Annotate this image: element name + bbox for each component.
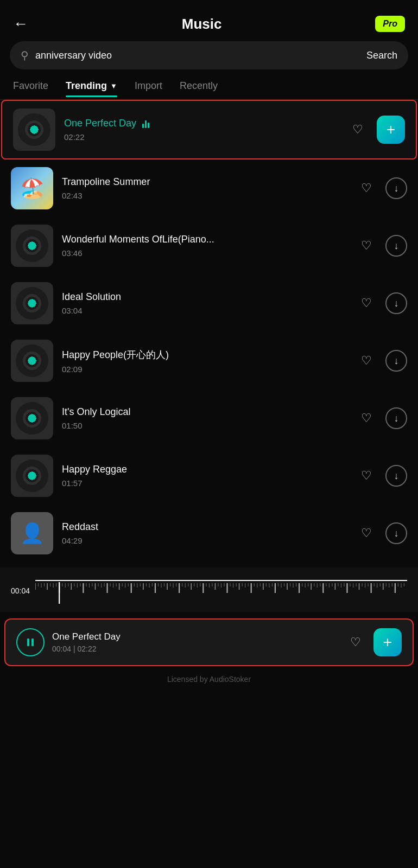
song-thumbnail — [11, 167, 53, 209]
song-info: One Perfect Day 02:22 — [64, 118, 339, 142]
song-thumbnail — [11, 340, 53, 382]
song-duration: 03:46 — [62, 248, 347, 258]
song-actions: ♡ ↓ — [356, 522, 407, 544]
now-playing-title: One Perfect Day — [52, 631, 338, 642]
song-title: Trampoline Summer — [62, 176, 347, 188]
svg-rect-126 — [31, 639, 34, 646]
song-thumbnail — [11, 225, 53, 267]
timeline-ruler[interactable]: 00:04 — [11, 577, 407, 604]
song-item[interactable]: Reddast 04:29 ♡ ↓ — [0, 505, 418, 562]
favorite-button[interactable]: ♡ — [356, 235, 377, 256]
now-playing-add-button[interactable]: + — [373, 628, 402, 656]
song-duration: 03:04 — [62, 306, 347, 315]
page-title: Music — [182, 16, 222, 33]
song-actions: ♡ ↓ — [356, 177, 407, 199]
now-playing-time: 00:04 | 02:22 — [52, 644, 338, 653]
song-title: One Perfect Day — [64, 118, 339, 129]
favorite-button[interactable]: ♡ — [356, 523, 377, 544]
song-title: Happy Reggae — [62, 464, 347, 475]
search-input[interactable] — [35, 50, 360, 61]
search-bar: ⚲ Search — [10, 41, 408, 69]
song-duration: 02:43 — [62, 191, 347, 200]
tab-trending[interactable]: Trending ▼ — [66, 80, 117, 97]
song-title: It's Only Logical — [62, 406, 347, 418]
download-button[interactable]: ↓ — [385, 407, 407, 429]
song-title: Happy People(开心的人) — [62, 348, 347, 361]
download-button[interactable]: ↓ — [385, 350, 407, 372]
tab-import[interactable]: Import — [135, 80, 162, 97]
pause-icon — [24, 636, 36, 648]
song-duration: 04:29 — [62, 536, 347, 545]
favorite-button[interactable]: ♡ — [356, 408, 377, 429]
tab-favorite[interactable]: Favorite — [13, 80, 48, 97]
song-duration: 01:50 — [62, 421, 347, 430]
song-list: One Perfect Day 02:22 ♡ + Trampoline Sum… — [0, 100, 418, 562]
song-info: It's Only Logical 01:50 — [62, 406, 347, 430]
waveform-svg — [35, 582, 407, 604]
favorite-button[interactable]: ♡ — [356, 178, 377, 199]
now-playing-bar: One Perfect Day 00:04 | 02:22 ♡ + — [4, 618, 414, 666]
waveform-playhead — [35, 580, 407, 581]
license-text: Licensed by AudioStoker — [167, 675, 251, 684]
favorite-button[interactable]: ♡ — [356, 293, 377, 314]
song-item[interactable]: Happy People(开心的人) 02:09 ♡ ↓ — [0, 332, 418, 390]
timeline-area[interactable]: 00:04 — [0, 567, 418, 612]
song-thumbnail — [11, 512, 53, 554]
pro-badge[interactable]: Pro — [375, 16, 405, 32]
song-info: Happy People(开心的人) 02:09 — [62, 348, 347, 374]
footer-license: Licensed by AudioStoker — [0, 666, 418, 692]
timeline-timestamp: 00:04 — [11, 586, 30, 595]
favorite-button[interactable]: ♡ — [356, 465, 377, 486]
song-thumbnail — [11, 397, 53, 439]
song-item[interactable]: Happy Reggae 01:57 ♡ ↓ — [0, 447, 418, 505]
equalizer-icon — [142, 119, 149, 128]
song-item[interactable]: One Perfect Day 02:22 ♡ + — [1, 100, 417, 159]
back-button[interactable]: ← — [13, 15, 28, 33]
now-playing-info: One Perfect Day 00:04 | 02:22 — [52, 631, 338, 653]
song-info: Ideal Solution 03:04 — [62, 291, 347, 315]
svg-rect-125 — [27, 639, 29, 646]
song-item[interactable]: Ideal Solution 03:04 ♡ ↓ — [0, 275, 418, 332]
chevron-down-icon: ▼ — [110, 82, 117, 90]
song-title: Ideal Solution — [62, 291, 347, 303]
song-info: Happy Reggae 01:57 — [62, 464, 347, 488]
song-title: Reddast — [62, 521, 347, 533]
song-actions: ♡ ↓ — [356, 235, 407, 257]
waveform-ticks — [35, 578, 407, 604]
song-thumbnail — [11, 282, 53, 324]
tab-recently[interactable]: Recently — [180, 80, 218, 97]
download-button[interactable]: ↓ — [385, 292, 407, 314]
download-button[interactable]: ↓ — [385, 235, 407, 257]
now-playing-favorite-button[interactable]: ♡ — [345, 632, 366, 653]
download-button[interactable]: ↓ — [385, 177, 407, 199]
song-actions: ♡ + — [347, 116, 405, 144]
header: ← Music Pro — [0, 0, 418, 41]
search-icon: ⚲ — [21, 49, 29, 62]
song-item[interactable]: Wonderful Moments OfLife(Piano... 03:46 … — [0, 217, 418, 275]
favorite-button[interactable]: ♡ — [356, 350, 377, 371]
song-actions: ♡ ↓ — [356, 292, 407, 314]
waveform[interactable] — [35, 578, 407, 604]
song-thumbnail — [13, 108, 55, 151]
song-actions: ♡ ↓ — [356, 407, 407, 429]
song-item[interactable]: It's Only Logical 01:50 ♡ ↓ — [0, 390, 418, 447]
tab-bar: Favorite Trending ▼ Import Recently — [0, 80, 418, 97]
favorite-button[interactable]: ♡ — [347, 119, 368, 140]
song-info: Reddast 04:29 — [62, 521, 347, 545]
play-pause-button[interactable] — [16, 628, 45, 656]
now-playing-actions: ♡ + — [345, 628, 402, 656]
search-button[interactable]: Search — [366, 50, 397, 61]
song-actions: ♡ ↓ — [356, 465, 407, 487]
song-duration: 02:09 — [62, 365, 347, 374]
add-button[interactable]: + — [377, 116, 405, 144]
song-actions: ♡ ↓ — [356, 350, 407, 372]
song-thumbnail — [11, 455, 53, 497]
song-title: Wonderful Moments OfLife(Piano... — [62, 234, 347, 245]
song-info: Trampoline Summer 02:43 — [62, 176, 347, 200]
song-info: Wonderful Moments OfLife(Piano... 03:46 — [62, 234, 347, 258]
download-button[interactable]: ↓ — [385, 522, 407, 544]
song-duration: 02:22 — [64, 132, 339, 142]
song-duration: 01:57 — [62, 478, 347, 488]
song-item[interactable]: Trampoline Summer 02:43 ♡ ↓ — [0, 159, 418, 217]
download-button[interactable]: ↓ — [385, 465, 407, 487]
